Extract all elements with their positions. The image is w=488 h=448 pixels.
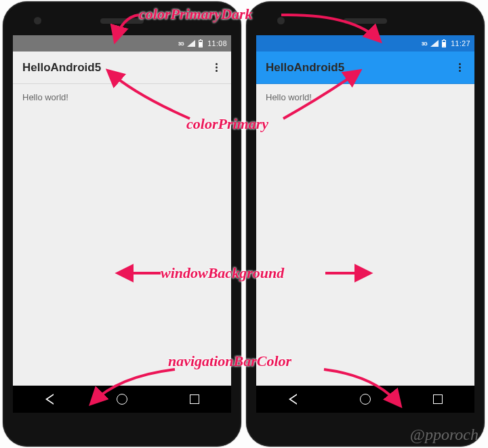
nav-home-button[interactable] — [358, 392, 373, 407]
phone-right: 3G 11:27 HelloAndroid5 Hello world! — [246, 1, 485, 447]
overflow-menu-button[interactable] — [209, 61, 223, 75]
status-time: 11:27 — [451, 39, 470, 47]
window-background: Hello world! — [13, 84, 231, 386]
signal-icon — [187, 40, 195, 47]
nav-recent-button[interactable] — [430, 392, 445, 407]
earpiece-icon — [100, 18, 144, 24]
screen-left: 3G 11:08 HelloAndroid5 Hello world! — [13, 35, 231, 413]
battery-icon — [199, 40, 203, 47]
navigation-bar — [13, 386, 231, 413]
status-time: 11:08 — [207, 39, 227, 47]
network-icon: 3G — [178, 41, 184, 46]
screen-right: 3G 11:27 HelloAndroid5 Hello world! — [256, 35, 474, 413]
camera-dot-icon — [277, 17, 285, 24]
nav-home-button[interactable] — [115, 392, 129, 407]
app-title: HelloAndroid5 — [266, 61, 344, 75]
nav-recent-button[interactable] — [187, 392, 202, 407]
diagram-stage: 3G 11:08 HelloAndroid5 Hello world! — [0, 0, 488, 448]
camera-dot-icon — [34, 17, 41, 24]
body-text: Hello world! — [266, 92, 312, 102]
phone-left: 3G 11:08 HelloAndroid5 Hello world! — [3, 1, 241, 447]
watermark: @pporoch — [410, 426, 479, 444]
signal-icon — [430, 40, 439, 47]
status-bar: 3G 11:08 — [13, 35, 231, 52]
battery-icon — [442, 40, 446, 47]
status-bar: 3G 11:27 — [256, 35, 474, 52]
navigation-bar — [256, 386, 474, 413]
window-background: Hello world! — [256, 84, 474, 386]
body-text: Hello world! — [22, 92, 68, 102]
network-icon: 3G — [422, 41, 427, 46]
app-bar: HelloAndroid5 — [256, 52, 474, 84]
nav-back-button[interactable] — [42, 392, 57, 407]
overflow-menu-button[interactable] — [453, 61, 466, 75]
app-bar: HelloAndroid5 — [13, 52, 231, 84]
nav-back-button[interactable] — [285, 392, 300, 407]
earpiece-icon — [344, 18, 387, 24]
app-title: HelloAndroid5 — [22, 61, 101, 75]
